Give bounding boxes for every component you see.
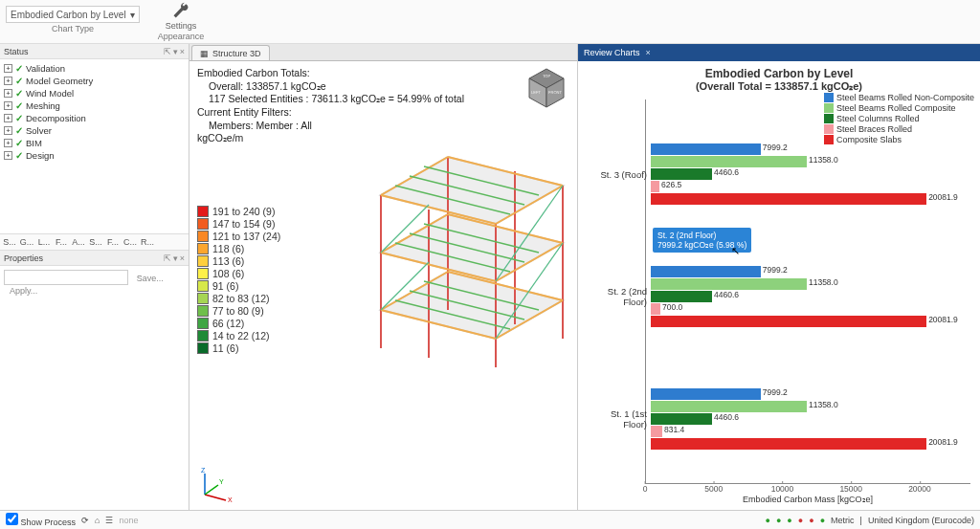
pin-icon[interactable]: ⇱	[164, 253, 171, 263]
svg-text:LEFT: LEFT	[531, 90, 541, 95]
check-icon: ✓	[15, 63, 23, 74]
tree-item[interactable]: +✓Model Geometry	[4, 75, 185, 87]
chart-bar[interactable]: 700.0	[651, 303, 660, 315]
legend-row: 147 to 154 (9)	[197, 218, 280, 230]
tree-item[interactable]: +✓Solver	[4, 124, 185, 137]
review-charts-panel: Review Charts× Embodied Carbon by Level …	[578, 44, 980, 510]
chart-title: Embodied Carbon by Level	[584, 67, 974, 80]
axes-triad: X Z Y	[197, 464, 235, 502]
chart-bar-row: 4460.6	[651, 413, 965, 425]
chart-bar-row: 7999.2	[651, 143, 965, 155]
toolbar-button[interactable]: C...	[122, 235, 138, 249]
tree-item[interactable]: +✓Wind Model	[4, 87, 185, 99]
tree-item[interactable]: +✓Validation	[4, 62, 185, 75]
chart-bar-value: 7999.2	[763, 265, 788, 275]
structure-3d-view[interactable]: Embodied Carbon Totals: Overall: 133857.…	[189, 61, 577, 510]
ribbon: Embodied Carbon by Level▾ Chart Type Set…	[0, 0, 980, 44]
toolbar-button[interactable]: L...	[36, 235, 52, 249]
chart-bar[interactable]: 4460.6	[651, 168, 712, 180]
apply-button[interactable]: Apply...	[10, 286, 37, 296]
check-icon: ✓	[15, 150, 23, 161]
chart-bar[interactable]: 7999.2	[651, 143, 761, 155]
expand-icon[interactable]: +	[4, 126, 12, 135]
units-label[interactable]: Metric	[831, 516, 855, 525]
chart-bar-value: 11358.0	[809, 155, 838, 165]
svg-text:Z: Z	[201, 467, 206, 474]
chart-bar-value: 20081.9	[928, 192, 958, 202]
axis-tick: 15000	[839, 484, 862, 494]
pin-icon[interactable]: ⇱	[164, 47, 171, 56]
expand-icon[interactable]: +	[4, 139, 12, 147]
status-bar: Show Process ⟳ ⌂ ☰ none ● ● ● ● ● ● Metr…	[0, 510, 980, 529]
chart-bar[interactable]: 11358.0	[651, 278, 807, 290]
left-panel: Status ⇱ ▾ × +✓Validation+✓Model Geometr…	[0, 44, 189, 510]
chart-bar[interactable]: 4460.6	[651, 291, 712, 302]
toolbar-button[interactable]: F...	[105, 235, 121, 249]
close-icon[interactable]: ×	[180, 253, 185, 263]
status-icon[interactable]: ☰	[105, 516, 113, 525]
chart-bar[interactable]: 20081.9	[651, 316, 926, 327]
chart-bar[interactable]: 11358.0	[651, 156, 807, 167]
status-error-icon: ●	[798, 516, 803, 525]
expand-icon[interactable]: +	[4, 77, 12, 85]
chart-bar[interactable]: 831.4	[651, 426, 662, 437]
toolbar-button[interactable]: A...	[71, 235, 86, 249]
toolbar-button[interactable]: R...	[140, 235, 155, 249]
expand-icon[interactable]: +	[4, 64, 12, 73]
chart-level-group: St. 3 (Roof)7999.211358.04460.6626.52008…	[651, 143, 965, 206]
chart-bar[interactable]: 20081.9	[651, 438, 926, 450]
expand-icon[interactable]: +	[4, 101, 12, 110]
chart-bar-value: 831.4	[664, 425, 684, 434]
chart-bar[interactable]: 4460.6	[651, 413, 712, 425]
wrench-icon	[172, 2, 189, 19]
cursor-icon: ↖	[731, 245, 740, 257]
chart-bar[interactable]: 11358.0	[651, 401, 807, 412]
status-icon[interactable]: ⌂	[95, 516, 100, 525]
toolbar-button[interactable]: S...	[2, 235, 17, 249]
toolbar-button[interactable]: F...	[54, 235, 69, 249]
axis-tick: 0	[643, 484, 648, 494]
tree-item[interactable]: +✓Meshing	[4, 99, 185, 112]
status-tree[interactable]: +✓Validation+✓Model Geometry+✓Wind Model…	[0, 59, 189, 233]
axis-x: Embodied Carbon Mass [kgCO₂e] 0500010000…	[645, 483, 970, 502]
orientation-cube[interactable]: TOP LEFT FRONT	[525, 67, 568, 109]
show-process-checkbox[interactable]: Show Process	[6, 513, 76, 527]
toolbar-button[interactable]: S...	[88, 235, 103, 249]
chart-bar-row: 7999.2	[651, 388, 965, 400]
menu-icon[interactable]: ▾	[173, 253, 178, 263]
chart-bar[interactable]: 20081.9	[651, 193, 926, 205]
chart-bar[interactable]: 626.5	[651, 181, 659, 192]
tree-item[interactable]: +✓Decomposition	[4, 112, 185, 124]
close-icon[interactable]: ×	[180, 47, 185, 56]
ribbon-group-label-appearance: Appearance	[158, 31, 205, 41]
check-icon: ✓	[15, 113, 23, 123]
status-icon[interactable]: ⟳	[81, 516, 89, 525]
expand-icon[interactable]: +	[4, 151, 12, 160]
region-label[interactable]: United Kingdom (Eurocode)	[868, 516, 974, 525]
tab-structure-3d[interactable]: ▦ Structure 3D	[191, 45, 270, 60]
chart-bar-row: 626.5	[651, 181, 965, 192]
review-charts-tab[interactable]: Review Charts×	[578, 44, 980, 61]
settings-button[interactable]: Settings	[157, 2, 205, 31]
legend-row: 113 (6)	[197, 255, 280, 267]
expand-icon[interactable]: +	[4, 114, 12, 122]
close-icon[interactable]: ×	[646, 48, 651, 57]
svg-marker-8	[381, 157, 563, 224]
properties-filter-input[interactable]	[4, 270, 128, 285]
chart-bar-row: 700.0	[651, 303, 965, 315]
color-legend: 191 to 240 (9)147 to 154 (9)121 to 137 (…	[197, 205, 280, 355]
toolbar-button[interactable]: G...	[19, 235, 34, 249]
menu-icon[interactable]: ▾	[173, 47, 178, 56]
chart-bar-value: 20081.9	[928, 437, 958, 447]
status-combo[interactable]: none	[119, 516, 138, 525]
chart-type-dropdown[interactable]: Embodied Carbon by Level▾	[6, 6, 140, 23]
properties-panel-title: Properties	[4, 253, 43, 263]
tree-item[interactable]: +✓BIM	[4, 137, 185, 149]
save-button[interactable]: Save...	[137, 274, 164, 283]
left-toolbar: S...G...L...F...A...S...F...C...R...	[0, 233, 189, 251]
chart-bar[interactable]: 7999.2	[651, 266, 761, 277]
tree-item[interactable]: +✓Design	[4, 149, 185, 162]
expand-icon[interactable]: +	[4, 89, 12, 98]
chart-bar[interactable]: 7999.2	[651, 388, 761, 400]
status-ok-icon: ●	[765, 516, 769, 525]
